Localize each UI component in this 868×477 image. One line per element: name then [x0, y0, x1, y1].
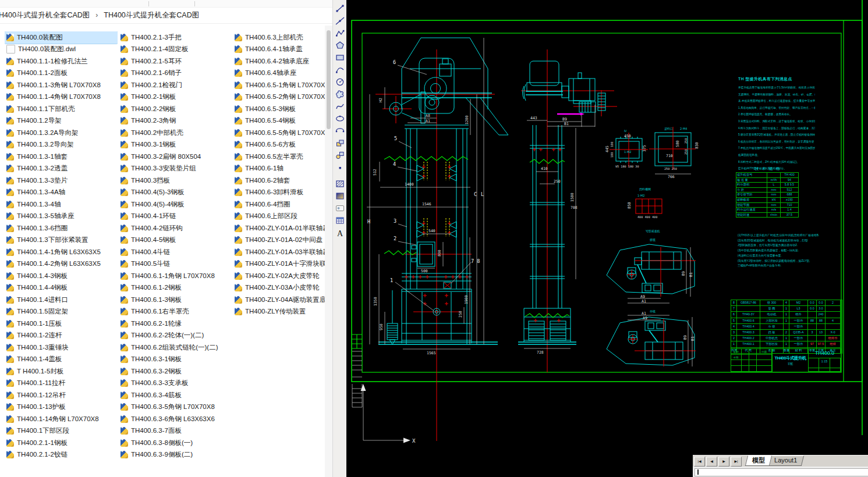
file-list-item[interactable]: TH400.6.1-3钢板: [119, 294, 232, 306]
file-list-item[interactable]: TH400.6.3-6角钢 L63X63X6: [119, 413, 232, 425]
file-list-item[interactable]: TH400.6.5-6方板: [233, 139, 325, 151]
file-list-item[interactable]: TH400.6.2-1轮缘: [119, 318, 232, 330]
layout-tab[interactable]: 模型: [745, 455, 772, 466]
tab-nav-button[interactable]: ▶: [718, 457, 729, 467]
file-list-item[interactable]: TH400.3-3安装垫片组: [119, 163, 232, 175]
file-list-item[interactable]: TH400.1.1-4角钢 L70X70X8: [5, 91, 118, 104]
circle-tool-button[interactable]: [335, 77, 345, 87]
file-list-item[interactable]: TH400.2-3角钢: [119, 115, 232, 127]
arc-tool-button[interactable]: [335, 65, 345, 75]
command-input[interactable]: [695, 468, 868, 476]
file-list-item[interactable]: TH400-ZLY传动装置: [233, 306, 325, 318]
spline-tool-button[interactable]: [335, 101, 345, 112]
tab-nav-button[interactable]: |◀: [694, 457, 705, 467]
file-list-item[interactable]: TH400.1.3-2透盖: [5, 163, 118, 175]
file-list-item[interactable]: TH400-ZLY-03A小皮带轮: [233, 282, 325, 294]
file-list-item[interactable]: TH400.1.3-4A轴: [5, 187, 118, 199]
file-list-item[interactable]: TH400.1.1-1检修孔法兰: [5, 55, 118, 67]
file-list-item[interactable]: TH400.1.4进料口: [5, 294, 118, 306]
file-list-item[interactable]: TH400.6.1右半罩壳: [119, 306, 232, 318]
rectangle-tool-button[interactable]: [335, 52, 345, 63]
file-list-item[interactable]: TH400.2.1-3手把: [119, 31, 232, 44]
file-list-item[interactable]: TH400.1.1下部机壳: [5, 103, 118, 115]
file-list-item[interactable]: TH400.6.5左半罩壳: [233, 151, 325, 163]
file-list-item[interactable]: TH400.6.3-3支承板: [119, 378, 232, 390]
file-list-item[interactable]: TH400.6.4-1轴承盖: [233, 44, 325, 56]
file-list-item[interactable]: TH400.1.1-2面板: [5, 67, 118, 80]
file-list-item[interactable]: TH400.1.3.2导向架: [5, 139, 118, 151]
file-list-item[interactable]: TH400.2.1-4固定板: [119, 44, 232, 56]
file-list-item[interactable]: TH400.1.4-3钢板: [5, 270, 118, 282]
file-list-item[interactable]: TH400.1.1-3角钢 L70X70X8: [5, 79, 118, 91]
breadcrumb-folder[interactable]: H400斗式提升机全套CAD图: [0, 11, 91, 19]
file-list-item[interactable]: TH400.1-3重锤块: [5, 341, 118, 354]
revision-cloud-tool-button[interactable]: [335, 89, 345, 99]
file-list-item[interactable]: TH400.1.3下部张紧装置: [5, 234, 118, 247]
file-list-item[interactable]: TH400.1.3.2A导向架: [5, 127, 118, 139]
file-list-item[interactable]: TH400.4-5钢板: [119, 234, 232, 247]
file-list-item[interactable]: TH400.2.1-2铰链: [5, 449, 118, 461]
file-list-item[interactable]: TH400.6.2组装式链轮(一)(二): [119, 341, 232, 354]
file-list-item[interactable]: TH400.2.1-6销子: [119, 67, 232, 80]
file-list-item[interactable]: TH400.2-2钢板: [119, 103, 232, 115]
file-list-item[interactable]: TH400.4(5)-4钢板: [119, 198, 232, 211]
file-list-item[interactable]: TH400.1-2连杆: [5, 330, 118, 342]
construction-line-tool-button[interactable]: [335, 16, 345, 26]
layout-tab[interactable]: Layout1: [767, 455, 805, 466]
point-tool-button[interactable]: [335, 162, 345, 173]
file-list-item[interactable]: TH400.3-2扁钢 80X504: [119, 151, 232, 163]
file-list-item[interactable]: TH400.3挡板: [119, 175, 232, 187]
file-list-item[interactable]: TH400.4斗链: [119, 246, 232, 258]
ellipse-arc-tool-button[interactable]: [335, 126, 345, 136]
file-list-item[interactable]: TH400-ZLY-01A-02中间盘: [233, 234, 325, 247]
command-line[interactable]: [693, 467, 868, 477]
file-list-item[interactable]: TH400.6.1-2钢板: [119, 282, 232, 294]
file-list-item[interactable]: TH400.4(5)-3钢板: [119, 187, 232, 199]
file-list-item[interactable]: TH400.6.1-1角钢 L70X70X8: [119, 270, 232, 282]
cad-viewport[interactable]: 1200: [346, 0, 868, 477]
file-list-item[interactable]: TH400.1.3-1轴套: [5, 151, 118, 163]
file-list-item[interactable]: TH400.1.3-6挡圈: [5, 222, 118, 234]
file-list-item[interactable]: TH400.6-2轴套: [233, 175, 325, 187]
file-list-item[interactable]: TH400.1.4-4钢板: [5, 282, 118, 294]
file-list-item[interactable]: TH400.2-1钢板: [119, 91, 232, 104]
file-list-item[interactable]: TH400.6.3-2钢板: [119, 365, 232, 378]
file-list-item[interactable]: TH400.6.3上部机壳: [233, 31, 325, 44]
file-list-item[interactable]: TH400.6.3-5角钢 L70X70X8: [119, 401, 232, 414]
file-list-item[interactable]: TH400-ZLY-01A十字滑块联轴器: [233, 258, 325, 270]
file-list-item[interactable]: TH400.6.4-2轴承底座: [233, 55, 325, 67]
file-list-item[interactable]: TH400.6.3-7面板: [119, 425, 232, 437]
file-list-item[interactable]: TH400.1.3-3垫片: [5, 175, 118, 187]
file-list-item[interactable]: TH400.2中部机壳: [119, 127, 232, 139]
file-list-item[interactable]: TH400.6.4轴承座: [233, 67, 325, 80]
file-list-item[interactable]: TH400.6.5-1角钢 L70X70X8: [233, 79, 325, 91]
file-list-item[interactable]: TH400.6.5-2角钢 L70X70X8: [233, 91, 325, 104]
file-list-item[interactable]: TH400.3-1钢板: [119, 139, 232, 151]
polyline-tool-button[interactable]: [335, 28, 345, 38]
file-list-item[interactable]: TH400.1.4-2角钢 L63X63X5: [5, 258, 118, 270]
file-list-item[interactable]: TH400.1.5固定架: [5, 306, 118, 318]
file-list-item[interactable]: TH400.6.3-9侧板(二): [119, 449, 232, 461]
scrollbar-thumb[interactable]: [327, 30, 331, 129]
file-list-item[interactable]: TH400.6.3-1钢板: [119, 354, 232, 366]
file-list-item[interactable]: TH400.1.2导架: [5, 115, 118, 127]
insert-block-tool-button[interactable]: [335, 138, 345, 148]
file-list-item[interactable]: TH400.6.3-4筋板: [119, 389, 232, 401]
file-list-item[interactable]: TH400.6-1轴: [233, 163, 325, 175]
file-list-item[interactable]: TH400.2.1-1钢板: [5, 437, 118, 449]
file-list-item[interactable]: TH400.1-11拉杆: [5, 378, 118, 390]
file-list-item[interactable]: TH400.6.2-2轮体(一)(二): [119, 330, 232, 342]
tab-nav-button[interactable]: ◀: [706, 457, 717, 467]
line-tool-button[interactable]: [335, 3, 345, 14]
file-list-item[interactable]: TH400.1-4盖板: [5, 354, 118, 366]
file-list-item[interactable]: TH400.6.5-3钢板: [233, 103, 325, 115]
file-list-item[interactable]: TH400.6.5-4钢板: [233, 115, 325, 127]
file-list-item[interactable]: TH400.6-3卸料滑板: [233, 187, 325, 199]
hatch-tool-button[interactable]: [335, 179, 345, 189]
file-list-item[interactable]: TH400.4-2链环钩: [119, 222, 232, 234]
polygon-tool-button[interactable]: [335, 40, 345, 51]
file-list-item[interactable]: TH400.5斗链: [119, 258, 232, 270]
file-list-item[interactable]: TH400.2.1-5耳环: [119, 55, 232, 67]
file-list-item[interactable]: TH400.1-1压板: [5, 318, 118, 330]
file-list-item[interactable]: TH400-ZLY-02A大皮带轮: [233, 270, 325, 282]
